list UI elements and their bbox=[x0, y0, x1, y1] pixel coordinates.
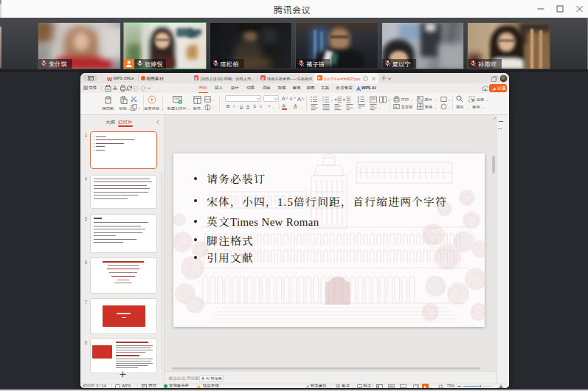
svg-text:A: A bbox=[297, 96, 302, 103]
svg-text:!: ! bbox=[198, 384, 199, 388]
svg-text:3: 3 bbox=[322, 100, 324, 103]
